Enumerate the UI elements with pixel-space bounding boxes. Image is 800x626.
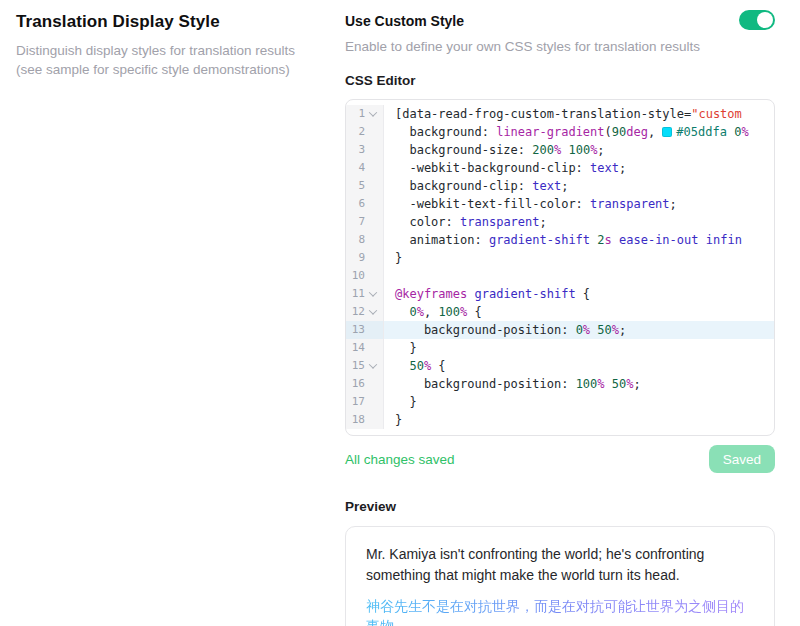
code-line-content[interactable]: 50% { — [384, 357, 774, 375]
code-token: { — [431, 359, 445, 373]
custom-style-label: Use Custom Style — [345, 11, 464, 29]
code-token: gradient-shift — [474, 287, 575, 301]
code-line-content[interactable]: background: linear-gradient(90deg, #05dd… — [384, 123, 774, 141]
code-line-content[interactable]: } — [384, 411, 774, 429]
fold-slot-empty — [367, 324, 379, 336]
custom-style-toggle[interactable] — [739, 10, 775, 30]
code-line-content[interactable] — [384, 267, 774, 285]
code-token: 2 — [597, 233, 604, 247]
code-token: % — [583, 323, 590, 337]
line-number: 2 — [351, 123, 365, 141]
code-line-content[interactable]: background-clip: text; — [384, 177, 774, 195]
code-token: , — [648, 125, 662, 139]
fold-slot-empty — [367, 270, 379, 282]
editor-line[interactable]: 1[data-read-frog-custom-translation-styl… — [346, 105, 774, 123]
editor-line[interactable]: 14 } — [346, 339, 774, 357]
code-token: #05ddfa — [676, 125, 727, 139]
code-line-content[interactable]: animation: gradient-shift 2s ease-in-out… — [384, 231, 774, 249]
code-token: 100 — [438, 305, 460, 319]
settings-page: Translation Display Style Distinguish di… — [0, 0, 800, 626]
line-number: 8 — [351, 231, 365, 249]
editor-line[interactable]: 10 — [346, 267, 774, 285]
editor-line[interactable]: 8 animation: gradient-shift 2s ease-in-o… — [346, 231, 774, 249]
editor-gutter: 6 — [346, 195, 384, 213]
code-line-content[interactable]: 0%, 100% { — [384, 303, 774, 321]
editor-gutter: 2 — [346, 123, 384, 141]
editor-line[interactable]: 12 0%, 100% { — [346, 303, 774, 321]
chevron-down-icon — [369, 108, 377, 116]
editor-gutter: 4 — [346, 159, 384, 177]
editor-gutter: 14 — [346, 339, 384, 357]
fold-slot-empty — [367, 216, 379, 228]
code-line-content[interactable]: -webkit-text-fill-color: transparent; — [384, 195, 774, 213]
code-line-content[interactable]: background-size: 200% 100%; — [384, 141, 774, 159]
line-number: 16 — [351, 375, 365, 393]
line-number: 6 — [351, 195, 365, 213]
code-token: ; — [619, 323, 626, 337]
fold-chevron-icon[interactable] — [367, 108, 379, 120]
code-line-content[interactable]: -webkit-background-clip: text; — [384, 159, 774, 177]
code-token: -webkit-background-clip: — [395, 161, 590, 175]
code-line-content[interactable]: background-position: 100% 50%; — [384, 375, 774, 393]
editor-line[interactable]: 9} — [346, 249, 774, 267]
fold-slot-empty — [367, 378, 379, 390]
code-line-content[interactable]: [data-read-frog-custom-translation-style… — [384, 105, 774, 123]
code-line-content[interactable]: } — [384, 393, 774, 411]
line-number: 10 — [351, 267, 365, 285]
fold-chevron-icon[interactable] — [367, 288, 379, 300]
code-line-content[interactable]: } — [384, 339, 774, 357]
editor-line[interactable]: 17 } — [346, 393, 774, 411]
fold-chevron-icon[interactable] — [367, 306, 379, 318]
code-token — [612, 233, 619, 247]
editor-line[interactable]: 7 color: transparent; — [346, 213, 774, 231]
editor-line[interactable]: 18} — [346, 411, 774, 429]
code-token: 50 — [612, 377, 626, 391]
editor-gutter: 15 — [346, 357, 384, 375]
page-subtitle-line-2: (see sample for specific style demonstra… — [16, 60, 330, 79]
editor-gutter: 7 — [346, 213, 384, 231]
saved-button[interactable]: Saved — [709, 445, 775, 473]
chevron-down-icon — [369, 288, 377, 296]
code-token — [699, 233, 706, 247]
code-token: ; — [670, 197, 677, 211]
code-token: ; — [597, 143, 604, 157]
editor-line[interactable]: 15 50% { — [346, 357, 774, 375]
code-token: 200 — [532, 143, 554, 157]
line-number: 7 — [351, 213, 365, 231]
code-token: 100 — [568, 143, 590, 157]
code-line-content[interactable]: } — [384, 249, 774, 267]
code-line-content[interactable]: @keyframes gradient-shift { — [384, 285, 774, 303]
editor-gutter: 13 — [346, 321, 384, 339]
editor-line[interactable]: 11@keyframes gradient-shift { — [346, 285, 774, 303]
code-line-content[interactable]: color: transparent; — [384, 213, 774, 231]
editor-line[interactable]: 13 background-position: 0% 50%; — [346, 321, 774, 339]
fold-slot-empty — [367, 414, 379, 426]
editor-line[interactable]: 5 background-clip: text; — [346, 177, 774, 195]
fold-slot-empty — [367, 198, 379, 210]
page-subtitle: Distinguish display styles for translati… — [16, 41, 330, 79]
css-editor-label: CSS Editor — [345, 73, 775, 88]
line-number: 14 — [351, 339, 365, 357]
editor-line[interactable]: 3 background-size: 200% 100%; — [346, 141, 774, 159]
fold-slot-empty — [367, 126, 379, 138]
code-token: deg — [626, 125, 648, 139]
code-line-content[interactable]: background-position: 0% 50%; — [384, 321, 774, 339]
page-subtitle-line-1: Distinguish display styles for translati… — [16, 41, 330, 60]
code-token: 50 — [597, 323, 611, 337]
fold-slot-empty — [367, 252, 379, 264]
code-token: color: — [395, 215, 460, 229]
code-token: @keyframes — [395, 287, 467, 301]
code-token: 0 — [409, 305, 416, 319]
editor-line[interactable]: 2 background: linear-gradient(90deg, #05… — [346, 123, 774, 141]
css-code-editor[interactable]: 1[data-read-frog-custom-translation-styl… — [345, 99, 775, 436]
line-number: 18 — [351, 411, 365, 429]
editor-line[interactable]: 4 -webkit-background-clip: text; — [346, 159, 774, 177]
editor-gutter: 3 — [346, 141, 384, 159]
editor-status-row: All changes saved Saved — [345, 445, 775, 473]
code-token: ; — [540, 215, 547, 229]
code-token: infin — [706, 233, 742, 247]
editor-line[interactable]: 16 background-position: 100% 50%; — [346, 375, 774, 393]
fold-chevron-icon[interactable] — [367, 360, 379, 372]
preview-label: Preview — [345, 499, 775, 514]
editor-line[interactable]: 6 -webkit-text-fill-color: transparent; — [346, 195, 774, 213]
